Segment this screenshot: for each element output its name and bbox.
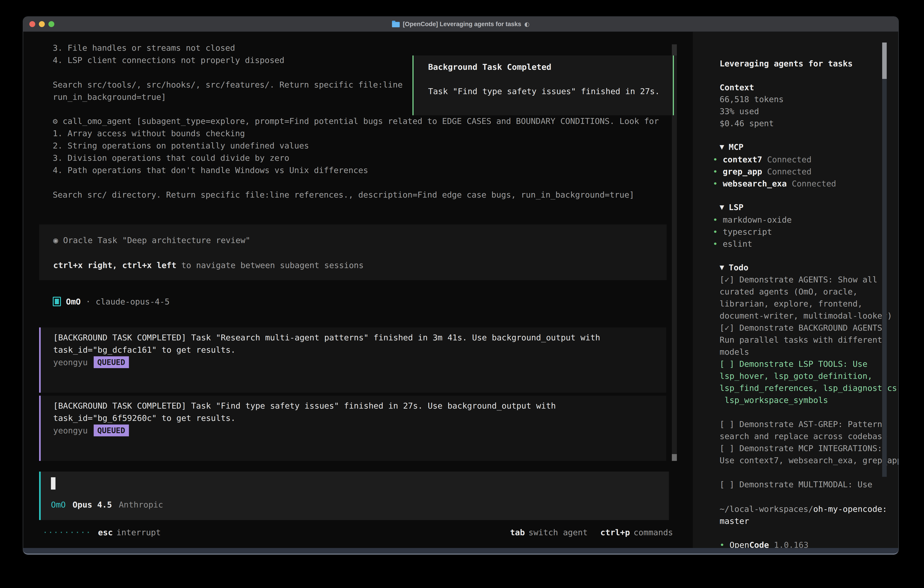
mcp-status: Connected: [767, 154, 812, 165]
tool-call-line: [53, 177, 659, 189]
dot-separator: ·: [86, 297, 91, 306]
titlebar[interactable]: [OpenCode] Leveraging agents for tasks ◐: [23, 17, 898, 32]
workspace-repo: oh-my-opencode:: [813, 503, 887, 515]
chevron-down-icon: ▼: [719, 141, 724, 153]
oracle-task-label: Oracle Task "Deep architecture review": [63, 236, 250, 245]
lsp-item: • typescript: [713, 226, 792, 238]
scrollback-line: 3. File handles or streams not closed: [53, 42, 403, 54]
toast-body: Task "Find type safety issues" finished …: [428, 85, 660, 97]
context-used: 33% used: [719, 105, 759, 117]
status-left: ········· esc interrupt: [43, 528, 161, 537]
hint-keys: ctrl+x right, ctrl+x left: [53, 261, 177, 270]
tool-call-line: Search src/ directory. Return specific f…: [53, 189, 659, 201]
todo-line: [719, 406, 899, 418]
esc-key-hint: esc: [98, 528, 113, 537]
status-dot-icon: •: [713, 238, 718, 250]
mcp-status: Connected: [792, 178, 836, 190]
status-right: tab switch agent ctrl+p commands: [510, 528, 673, 537]
scrollback-line: Search src/tools/, src/hooks/, src/featu…: [53, 79, 403, 91]
context-tokens: 66,518 tokens: [719, 93, 784, 105]
chat-scrollbar-thumb[interactable]: [672, 454, 677, 461]
prompt-input[interactable]: OmO Opus 4.5 Anthropic: [39, 472, 669, 520]
background-task-toast: Background Task Completed Task "Find typ…: [412, 56, 674, 115]
todo-line: [719, 466, 899, 478]
status-dot-icon: •: [713, 214, 718, 226]
status-bar: ········· esc interrupt tab switch agent…: [43, 526, 673, 538]
context-heading: Context: [719, 81, 754, 93]
input-model-name: Opus 4.5: [73, 500, 112, 509]
lsp-name: typescript: [723, 226, 772, 238]
context-spent: $0.46 spent: [719, 117, 774, 129]
esc-key-label: interrupt: [116, 528, 161, 537]
close-button[interactable]: [29, 21, 35, 27]
todo-line: lsp_hover, lsp_goto_definition,: [719, 370, 899, 382]
mcp-list: • context7 Connected • grep_app Connecte…: [713, 154, 836, 190]
agent-model: claude-opus-4-5: [96, 297, 170, 306]
todo-heading: Todo: [729, 261, 749, 274]
tool-call-block: ⚙ call_omo_agent [subagent_type=explore,…: [53, 115, 659, 201]
todo-line: [ ] Demonstrate LSP TOOLS: Use: [719, 358, 899, 370]
tool-call-text: call_omo_agent [subagent_type=explore, p…: [63, 116, 659, 126]
mcp-name: websearch_exa: [723, 178, 787, 190]
mcp-heading: MCP: [729, 141, 744, 153]
mcp-status: Connected: [767, 165, 812, 178]
input-agent-name: OmO: [51, 500, 66, 509]
task-message-block: [BACKGROUND TASK COMPLETED] Task "Resear…: [39, 327, 666, 393]
status-dot-icon: •: [713, 226, 718, 238]
sidebar-scrollbar-track[interactable]: [882, 79, 887, 477]
tool-call-line: 2. String operations on potentially unde…: [53, 140, 659, 152]
todo-line: librarian, explore, frontend,: [719, 297, 899, 310]
task-author: yeongyu: [53, 358, 88, 367]
status-dot-icon: •: [713, 165, 718, 178]
tool-call-line: 3. Division operations that could divide…: [53, 152, 659, 164]
scrollback-line: run_in_background=true]: [53, 91, 403, 103]
maximize-button[interactable]: [48, 21, 54, 27]
terminal-window: [OpenCode] Leveraging agents for tasks ◐…: [23, 17, 899, 555]
lsp-name: markdown-oxide: [723, 214, 792, 226]
folder-icon: [392, 22, 400, 27]
task-message-line1: [BACKGROUND TASK COMPLETED] Task "Resear…: [53, 332, 600, 344]
tab-key-label: switch agent: [528, 528, 587, 537]
ctrlp-key-hint: ctrl+p: [601, 528, 630, 537]
window-title: [OpenCode] Leveraging agents for tasks: [403, 21, 521, 28]
tool-call-line: 4. Path operations that don't handle Win…: [53, 164, 659, 177]
agent-square-icon: [53, 297, 61, 306]
sidebar: Leveraging agents for tasks Context 66,5…: [693, 32, 899, 549]
queued-badge: QUEUED: [94, 424, 129, 436]
agent-header: OmO · claude-opus-4-5: [53, 296, 170, 308]
todo-line: search and replace across codebase: [719, 430, 899, 442]
minimize-button[interactable]: [39, 21, 45, 27]
task-message-meta: yeongyu QUEUED: [53, 424, 129, 436]
tool-call-line: 1. Array access without bounds checking: [53, 127, 659, 140]
chat-scrollback: 3. File handles or streams not closed4. …: [53, 42, 403, 103]
todo-line: [ ] Demonstrate AST-GREP: Pattern: [719, 418, 899, 430]
scrollback-line: 4. LSP client connections not properly d…: [53, 54, 403, 66]
lsp-item: • markdown-oxide: [713, 214, 792, 226]
oracle-icon: ◉: [53, 236, 58, 245]
sidebar-scrollbar-thumb[interactable]: [882, 43, 887, 79]
todo-line: [✓] Demonstrate BACKGROUND AGENTS:: [719, 322, 899, 334]
todo-line: Run parallel tasks with different: [719, 334, 899, 346]
task-message-line2: task_id="bg_dcfac161" to get results.: [53, 344, 236, 356]
mcp-section-header[interactable]: ▼ MCP: [719, 141, 744, 153]
mcp-item: • grep_app Connected: [713, 165, 836, 178]
lsp-section-header[interactable]: ▼ LSP: [719, 201, 744, 213]
scrollback-line: [53, 66, 403, 79]
input-meta-row: OmO Opus 4.5 Anthropic: [51, 499, 163, 511]
todo-line: [✓] Demonstrate AGENTS: Show all 7: [719, 274, 899, 286]
todo-line: lsp_find_references, lsp_diagnostics,: [719, 382, 899, 394]
tool-call-lines: 1. Array access without bounds checking2…: [53, 127, 659, 201]
toast-title: Background Task Completed: [428, 61, 551, 73]
workspace-path: ~/local-workspaces/ oh-my-opencode:: [719, 503, 887, 515]
tab-key-hint: tab: [510, 528, 525, 537]
todo-list: [✓] Demonstrate AGENTS: Show all 7curate…: [719, 274, 899, 491]
chat-scrollbar-track-top: [672, 45, 677, 56]
lsp-name: eslint: [723, 238, 752, 250]
todo-section-header[interactable]: ▼ Todo: [719, 261, 749, 274]
todo-line: Use context7, websearch_exa, grep_app: [719, 454, 899, 466]
workspace-path-prefix: ~/local-workspaces/: [719, 503, 813, 515]
gear-icon: ⚙: [53, 116, 58, 126]
chevron-down-icon: ▼: [719, 261, 724, 274]
window-controls: [29, 21, 54, 27]
task-message-meta: yeongyu QUEUED: [53, 356, 129, 368]
